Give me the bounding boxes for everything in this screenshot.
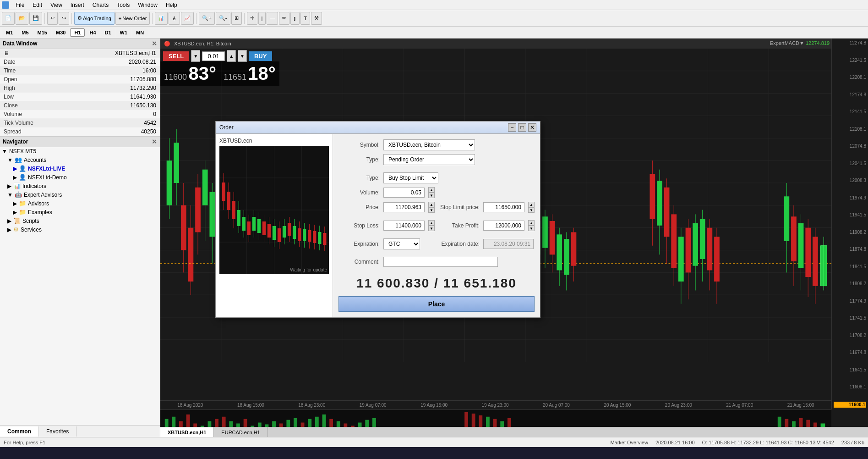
algo-trading-button[interactable]: ⚙ Algo Trading	[74, 12, 115, 25]
candle-chart-btn[interactable]: 🕯	[169, 12, 180, 25]
zoom-out-btn[interactable]: 🔍-	[216, 12, 230, 25]
redo-button[interactable]: ↪	[59, 12, 69, 25]
price-stoplimit-row: Price: ▲ ▼ Stop Limit	[338, 202, 535, 216]
nav-advisors[interactable]: ▶ 📁 Advisors	[0, 199, 160, 208]
close-value: 11650.130	[130, 102, 156, 109]
dialog-maximize-btn[interactable]: □	[518, 123, 526, 132]
new-button[interactable]: 📄	[2, 12, 15, 25]
symbol-select[interactable]: XBTUSD.ecn, Bitcoin	[383, 139, 475, 150]
menu-file[interactable]: File	[12, 1, 28, 9]
tf-m30[interactable]: M30	[52, 28, 70, 37]
volume-up-btn[interactable]: ▲	[428, 187, 435, 193]
price-down-btn[interactable]: ▼	[428, 207, 435, 213]
tf-d1[interactable]: D1	[101, 28, 115, 37]
status-memory: 233 / 8 Kb	[841, 440, 864, 445]
volume-down-btn[interactable]: ▼	[428, 193, 435, 198]
tf-m15[interactable]: M15	[33, 28, 51, 37]
comment-row: Comment:	[338, 257, 535, 267]
svg-rect-214	[242, 217, 246, 231]
svg-rect-218	[252, 217, 256, 231]
nav-expert-advisors[interactable]: ▼ 🤖 Expert Advisors	[0, 190, 160, 199]
data-window-close[interactable]: ✕	[152, 40, 157, 47]
sl-down-btn[interactable]: ▼	[428, 226, 435, 231]
dialog-minimize-btn[interactable]: −	[508, 123, 516, 132]
menu-edit[interactable]: Edit	[29, 1, 46, 9]
sl-col: Stop Loss: ▲ ▼	[338, 220, 435, 235]
comment-input[interactable]	[383, 257, 498, 267]
tf-h1[interactable]: H1	[70, 28, 85, 37]
bar-chart-btn[interactable]: 📊	[155, 12, 168, 25]
navigator: Navigator ✕ ▼ NSFX MT5 ▼ 👥 Accounts ▶ 👤 …	[0, 137, 160, 425]
examples-expand-icon: ▶	[13, 209, 17, 216]
menu-view[interactable]: View	[47, 1, 66, 9]
price-up-btn[interactable]: ▲	[428, 202, 435, 207]
nav-live-account[interactable]: ▶ 👤 NSFXLtd-LIVE	[0, 164, 160, 173]
services-label: Services	[21, 227, 42, 233]
nav-demo-account[interactable]: ▶ 👤 NSFXLtd-Demo	[0, 173, 160, 182]
sl-up-btn[interactable]: ▲	[428, 220, 435, 226]
tf-mn[interactable]: MN	[132, 28, 148, 37]
period-sep-btn[interactable]: |	[258, 12, 266, 25]
price-input[interactable]	[383, 202, 425, 212]
menu-charts[interactable]: Charts	[89, 1, 112, 9]
tp-up-btn[interactable]: ▲	[528, 220, 535, 226]
nav-root[interactable]: ▼ NSFX MT5	[0, 147, 160, 155]
menu-tools[interactable]: Tools	[113, 1, 133, 9]
svg-rect-240	[308, 230, 311, 242]
tools-btn[interactable]: ⚒	[311, 12, 322, 25]
separator1	[44, 13, 45, 24]
dialog-controls: − □ ✕	[508, 123, 536, 132]
data-window-header: Data Window ✕	[0, 39, 160, 49]
tp-input[interactable]	[483, 221, 524, 231]
stop-limit-up-btn[interactable]: ▲	[528, 202, 535, 207]
svg-rect-220	[257, 219, 261, 233]
sl-input[interactable]	[383, 221, 425, 231]
open-button[interactable]: 📂	[16, 12, 28, 25]
crosshair-btn[interactable]: ✛	[247, 12, 257, 25]
live-account-icon: ▶	[13, 166, 17, 172]
stop-limit-down-btn[interactable]: ▼	[528, 207, 535, 213]
zoom-in-btn[interactable]: 🔍+	[199, 12, 214, 25]
fib-btn[interactable]: ⫿	[290, 12, 300, 25]
nav-services[interactable]: ▶ ⚙ Services	[0, 225, 160, 234]
help-text: For Help, press F1	[4, 440, 45, 445]
tf-m1[interactable]: M1	[2, 28, 17, 37]
order-type-select[interactable]: Pending Order	[383, 154, 475, 165]
nav-examples[interactable]: ▶ 📁 Examples	[0, 208, 160, 216]
text-btn[interactable]: T	[300, 12, 310, 25]
new-order-button[interactable]: + New Order	[115, 12, 150, 25]
tf-w1[interactable]: W1	[116, 28, 132, 37]
fit-btn[interactable]: ⊞	[231, 12, 242, 25]
nav-scripts[interactable]: ▶ 📜 Scripts	[0, 216, 160, 225]
navigator-close[interactable]: ✕	[152, 138, 157, 145]
exp-date-input[interactable]	[483, 239, 534, 249]
menu-help[interactable]: Help	[162, 1, 181, 9]
tf-h4[interactable]: H4	[85, 28, 100, 37]
svg-rect-232	[288, 223, 291, 236]
sl-inner-row: Stop Loss: ▲ ▼	[338, 220, 435, 231]
nav-indicators[interactable]: ▶ 📊 Indicators	[0, 182, 160, 190]
symbol-value: XBTUSD.ecn,H1	[115, 50, 156, 56]
undo-button[interactable]: ↩	[47, 12, 58, 25]
menu-window[interactable]: Window	[134, 1, 161, 9]
tab-favorites[interactable]: Favorites	[39, 426, 76, 437]
place-button[interactable]: Place	[338, 296, 535, 312]
waiting-text: Waiting for update	[290, 267, 327, 272]
stop-limit-input[interactable]	[483, 202, 524, 212]
tab-common[interactable]: Common	[0, 426, 39, 437]
save-button[interactable]: 💾	[29, 12, 42, 25]
line-chart-btn[interactable]: 📈	[181, 12, 194, 25]
volume-input[interactable]	[383, 188, 425, 198]
svg-rect-226	[273, 226, 276, 240]
menu-insert[interactable]: Insert	[67, 1, 88, 9]
tf-m5[interactable]: M5	[17, 28, 33, 37]
type-select[interactable]: Buy Stop Limit	[383, 172, 438, 183]
draw-btn[interactable]: ✏	[279, 12, 289, 25]
bottom-tabs: Common Favorites	[0, 425, 160, 437]
scripts-folder-icon: 📜	[13, 217, 21, 224]
tp-down-btn[interactable]: ▼	[528, 226, 535, 231]
line-btn[interactable]: —	[267, 12, 278, 25]
nav-accounts[interactable]: ▼ 👥 Accounts	[0, 155, 160, 164]
exp-select[interactable]: GTC	[383, 238, 420, 249]
dialog-close-btn[interactable]: ✕	[528, 123, 536, 132]
